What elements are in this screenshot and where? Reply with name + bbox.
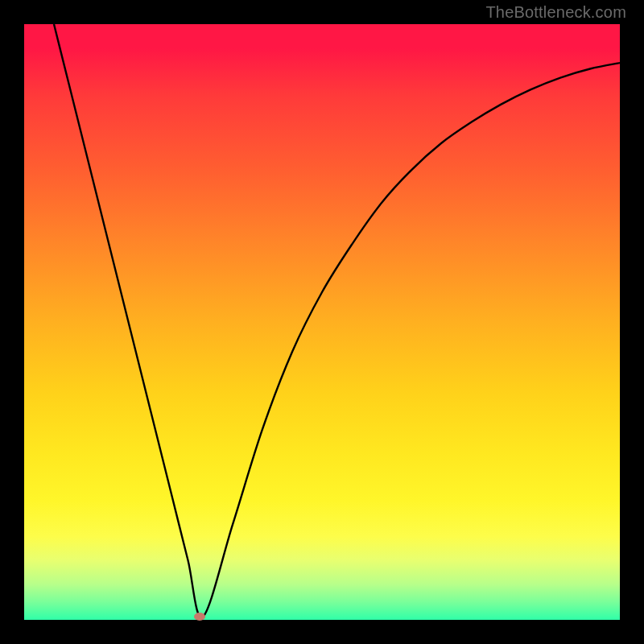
- chart-frame: TheBottleneck.com: [0, 0, 644, 644]
- bottleneck-curve: [54, 24, 620, 617]
- curve-layer: [24, 24, 620, 620]
- attribution-text: TheBottleneck.com: [485, 3, 626, 22]
- plot-area: [24, 24, 620, 620]
